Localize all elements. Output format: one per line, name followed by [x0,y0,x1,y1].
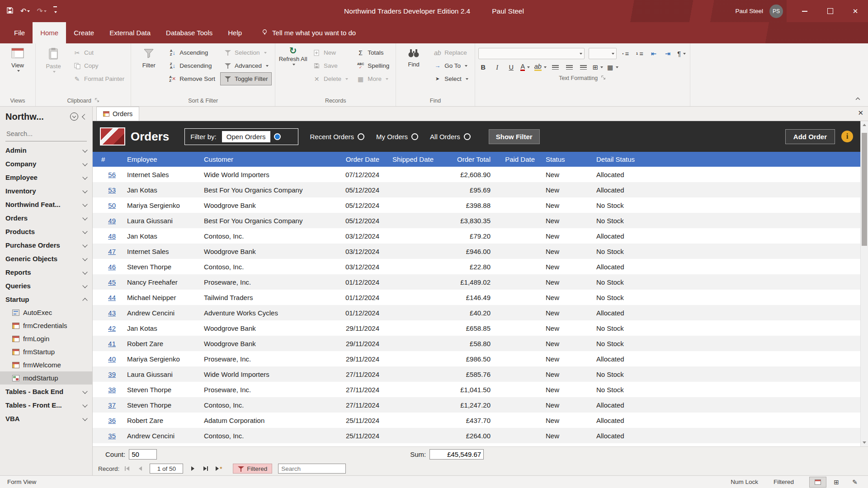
column-header-shipped_date[interactable]: Shipped Date [385,155,439,163]
filtered-toggle-button[interactable]: Filtered [233,464,272,474]
radio-selected-icon[interactable] [274,133,281,140]
cell-id[interactable]: 50 [93,202,122,209]
tab-file[interactable]: File [6,22,33,43]
cell-id[interactable]: 44 [93,294,122,301]
advanced-button[interactable]: Advanced [220,59,272,72]
tab-create[interactable]: Create [66,22,102,43]
nav-group-northwind-feat[interactable]: Northwind Feat... [0,197,92,211]
close-button[interactable]: ✕ [843,0,868,22]
table-row[interactable]: 45Nancy FreehaferProseware, Inc.01/12/20… [93,274,860,290]
filter-option-open-orders[interactable]: Open Orders [222,131,281,142]
highlight-button[interactable]: ab [534,62,547,73]
toggle-filter-button[interactable]: Toggle Filter [220,72,272,85]
cell-id[interactable]: 39 [93,371,122,378]
column-header-detail_status[interactable]: Detail Status [591,155,860,163]
cell-id[interactable]: 43 [93,309,122,317]
remove-sort-button[interactable]: AZ✕Remove Sort [165,72,218,85]
record-position[interactable]: 1 of 50 [150,464,183,474]
font-name-combo[interactable] [478,48,585,59]
nav-group-purchase-orders[interactable]: Purchase Orders [0,238,92,252]
cell-id[interactable]: 42 [93,324,122,332]
maximize-button[interactable] [817,0,843,22]
cut-button[interactable]: ✂Cut [70,46,127,59]
cell-id[interactable]: 47 [93,248,122,255]
scrollbar-thumb[interactable] [862,133,867,246]
delete-record-button[interactable]: ✕Delete [309,72,351,85]
column-header-id[interactable]: # [93,155,122,163]
form-view-button[interactable] [809,477,826,488]
nav-item-frmstartup[interactable]: frmStartup [0,345,92,358]
find-button[interactable]: Find [399,45,428,68]
save-icon[interactable] [6,7,14,16]
select-button[interactable]: ➤Select [430,72,472,85]
table-row[interactable]: 43Andrew CenciniAdventure Works Cycles01… [93,305,860,320]
descending-button[interactable]: ZA↓Descending [165,59,218,72]
nav-group-employee[interactable]: Employee [0,170,92,184]
underline-button[interactable]: U [506,62,516,73]
nav-group-startup[interactable]: Startup [0,292,92,306]
scroll-up-button[interactable] [861,121,868,129]
cell-id[interactable]: 35 [93,432,122,440]
radio-icon[interactable] [464,133,471,140]
table-row[interactable]: 50Mariya SergienkoWoodgrove Bank05/12/20… [93,197,860,213]
column-header-status[interactable]: Status [540,155,591,163]
last-record-button[interactable] [200,464,211,474]
cell-id[interactable]: 53 [93,186,122,194]
cell-id[interactable]: 46 [93,263,122,271]
close-object-button[interactable]: ✕ [858,109,863,117]
dialog-launcher-icon[interactable] [601,75,606,81]
add-order-button[interactable]: Add Order [785,129,835,144]
increase-indent-button[interactable]: ⇥ [663,48,673,59]
table-row[interactable]: 37Steven ThorpeContoso, Inc.27/11/2024£1… [93,397,860,413]
nav-group-queries[interactable]: Queries [0,279,92,292]
customize-quick-access-button[interactable] [53,6,57,16]
first-record-button[interactable] [122,464,132,474]
cell-id[interactable]: 49 [93,217,122,225]
bold-button[interactable]: B [478,62,488,73]
table-row[interactable]: 40Mariya SergienkoProseware, Inc.29/11/2… [93,351,860,366]
nav-group-tables-front-e[interactable]: Tables - Front E... [0,398,92,412]
nav-group-admin[interactable]: Admin [0,143,92,157]
nav-group-inventory[interactable]: Inventory [0,184,92,197]
count-input[interactable] [129,449,157,460]
align-left-button[interactable] [551,62,561,73]
document-tab-orders[interactable]: Orders [96,107,139,121]
nav-search-input[interactable] [5,130,92,138]
nav-group-vba[interactable]: VBA [0,412,92,425]
nav-item-frmlogin[interactable]: frmLogin [0,332,92,345]
filter-option-recent-orders[interactable]: Recent Orders [310,133,365,141]
redo-button[interactable]: ↷ [37,7,46,15]
paragraph-direction-button[interactable]: ¶ [677,48,687,59]
cell-id[interactable]: 56 [93,171,122,178]
refresh-all-button[interactable]: ↻ Refresh All [278,45,307,66]
table-row[interactable]: 38Steven ThorpeProseware, Inc.27/11/2024… [93,382,860,397]
column-header-customer[interactable]: Customer [198,155,334,163]
tab-database-tools[interactable]: Database Tools [158,22,220,43]
table-row[interactable]: 36Robert ZareAdatum Corporation25/11/202… [93,413,860,428]
sum-input[interactable] [429,449,484,460]
align-center-button[interactable] [565,62,575,73]
info-icon[interactable]: i [841,131,853,142]
filter-option-my-orders[interactable]: My Orders [376,133,418,141]
tab-external-data[interactable]: External Data [102,22,158,43]
nav-pane-title[interactable]: Northw... [5,112,66,122]
align-right-button[interactable] [579,62,589,73]
paste-button[interactable]: Paste [39,45,68,73]
filter-button[interactable]: Filter [134,45,163,69]
ascending-button[interactable]: AZ↓Ascending [165,46,218,59]
table-row[interactable]: 46Steven ThorpeContoso, Inc.03/12/2024£2… [93,259,860,274]
nav-group-company[interactable]: Company [0,157,92,170]
table-row[interactable]: 42Jan KotasWoodgrove Bank29/11/2024£658.… [93,320,860,336]
numbering-button[interactable]: 1≡ [635,48,645,59]
nav-group-tables-back-end[interactable]: Tables - Back End [0,385,92,398]
signed-in-user[interactable]: Paul Steel [735,8,763,14]
decrease-indent-button[interactable]: ⇤ [649,48,659,59]
go-to-button[interactable]: →Go To [430,59,472,72]
previous-record-button[interactable] [135,464,146,474]
show-filter-button[interactable]: Show Filter [489,129,540,144]
radio-icon[interactable] [358,133,364,140]
background-color-button[interactable]: ▦ [607,62,618,73]
column-header-order_total[interactable]: Order Total [439,155,496,163]
radio-icon[interactable] [411,133,418,140]
font-color-button[interactable]: A [520,62,530,73]
